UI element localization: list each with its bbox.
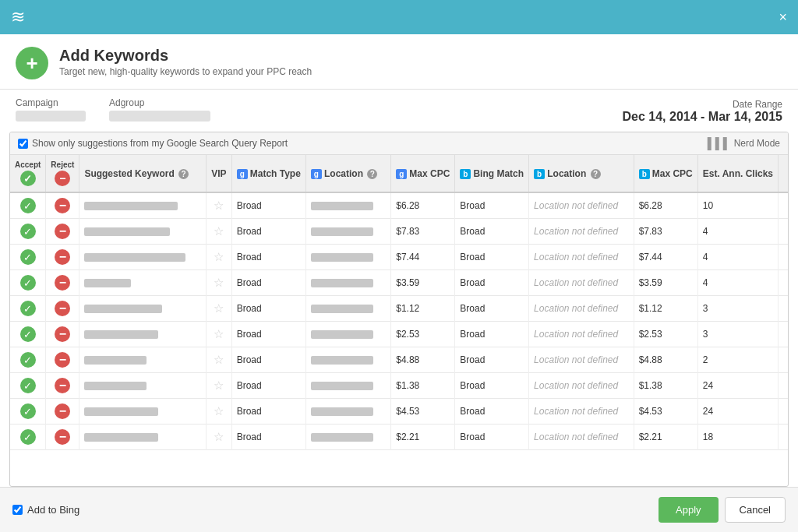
accept-cell: ✓ <box>10 219 46 245</box>
accept-icon[interactable]: ✓ <box>20 224 36 239</box>
bing-match-cell: Broad <box>455 399 529 425</box>
vip-star-icon[interactable]: ☆ <box>214 199 224 212</box>
keyword-blurred <box>84 227 170 236</box>
location-g-blurred <box>311 253 373 262</box>
add-to-bing-label[interactable]: Add to Bing <box>27 504 79 516</box>
vip-star-icon[interactable]: ☆ <box>214 379 224 392</box>
location-not-defined: Location not defined <box>534 380 618 391</box>
bing-badge-location: b <box>534 169 545 179</box>
th-location-g: gLocation ? <box>305 155 390 192</box>
max-cpc-g-cell: $1.38 <box>391 373 455 399</box>
accept-icon[interactable]: ✓ <box>20 249 36 265</box>
bing-match-cell: Broad <box>455 425 529 450</box>
reject-icon[interactable]: − <box>55 249 70 265</box>
meta-left: Campaign Adgroup <box>16 97 210 124</box>
add-to-bing-checkbox[interactable] <box>12 505 23 515</box>
match-type-cell: Broad <box>231 425 305 450</box>
bing-badge-cpc: b <box>639 169 650 179</box>
add-keywords-icon: + <box>16 47 48 79</box>
bing-match-cell: Broad <box>455 322 529 347</box>
location-b-cell: Location not defined <box>529 373 634 399</box>
bing-match-cell: Broad <box>455 270 529 296</box>
date-range-section: Date Range Dec 14, 2014 - Mar 14, 2015 <box>623 99 782 124</box>
location-not-defined: Location not defined <box>534 277 618 288</box>
accept-cell: ✓ <box>10 322 46 347</box>
keyword-cell <box>79 219 207 245</box>
vip-cell: ☆ <box>207 219 231 245</box>
location-g-blurred <box>311 382 373 390</box>
accept-icon[interactable]: ✓ <box>20 275 36 291</box>
reject-icon[interactable]: − <box>55 198 70 213</box>
suggestions-checkbox[interactable] <box>18 139 28 149</box>
accept-icon[interactable]: ✓ <box>20 403 36 419</box>
vip-star-icon[interactable]: ☆ <box>214 353 224 366</box>
location-g-blurred <box>311 433 373 442</box>
vip-star-icon[interactable]: ☆ <box>214 404 224 417</box>
vip-star-icon[interactable]: ☆ <box>214 430 224 443</box>
vip-star-icon[interactable]: ☆ <box>214 301 224 315</box>
reject-icon[interactable]: − <box>55 378 70 393</box>
reject-icon[interactable]: − <box>55 403 70 419</box>
nerd-mode-button[interactable]: ▌▌▌ Nerd Mode <box>708 137 780 150</box>
accept-icon[interactable]: ✓ <box>20 429 36 445</box>
vip-cell: ☆ <box>207 373 231 399</box>
reject-icon[interactable]: − <box>55 429 70 445</box>
reject-icon[interactable]: − <box>55 224 70 239</box>
reject-icon[interactable]: − <box>55 352 70 368</box>
adgroup-label: Adgroup <box>109 97 210 108</box>
accept-cell: ✓ <box>10 296 46 322</box>
vip-star-icon[interactable]: ☆ <box>214 327 224 340</box>
vip-star-icon[interactable]: ☆ <box>214 224 224 238</box>
logo-area: ≋ <box>11 7 23 27</box>
accept-icon[interactable]: ✓ <box>20 352 36 368</box>
th-reject-label: Reject <box>51 160 74 169</box>
accept-icon[interactable]: ✓ <box>20 301 36 316</box>
location-g-help-icon[interactable]: ? <box>367 169 377 179</box>
vip-cell: ☆ <box>207 296 231 322</box>
table-row: ✓ − ☆ Broad $2.21 Broad Location not def… <box>10 425 788 450</box>
reject-icon[interactable]: − <box>55 326 70 342</box>
reject-cell: − <box>46 219 79 245</box>
row-spacer <box>779 425 789 450</box>
waves-icon: ≋ <box>11 7 23 27</box>
campaign-field: Campaign <box>16 97 86 124</box>
location-b-help-icon[interactable]: ? <box>591 169 601 179</box>
page-subtitle: Target new, high-quality keywords to exp… <box>59 66 312 77</box>
accept-icon[interactable]: ✓ <box>20 378 36 393</box>
bing-match-cell: Broad <box>455 245 529 270</box>
reject-icon[interactable]: − <box>55 301 70 316</box>
max-cpc-b-cell: $3.59 <box>634 270 697 296</box>
keyword-blurred <box>84 279 131 287</box>
est-ann-clicks-cell: 18 <box>697 425 778 450</box>
vip-star-icon[interactable]: ☆ <box>214 276 224 289</box>
keyword-cell <box>79 270 207 296</box>
cancel-button[interactable]: Cancel <box>725 497 786 523</box>
suggestions-checkbox-label[interactable]: Show only suggestions from my Google Sea… <box>18 138 288 149</box>
top-bar: ≋ × <box>0 0 798 34</box>
max-cpc-g-cell: $6.28 <box>391 192 455 219</box>
th-accept-all-icon[interactable]: ✓ <box>20 171 36 186</box>
th-reject-all-icon[interactable]: − <box>55 171 70 186</box>
location-not-defined: Location not defined <box>534 354 618 365</box>
vip-star-icon[interactable]: ☆ <box>214 250 224 263</box>
th-accept-label: Accept <box>15 160 41 169</box>
table-row: ✓ − ☆ Broad $3.59 Broad Location not def… <box>10 270 788 296</box>
close-button[interactable]: × <box>779 10 787 24</box>
location-b-cell: Location not defined <box>529 347 634 373</box>
bing-match-cell: Broad <box>455 347 529 373</box>
accept-icon[interactable]: ✓ <box>20 326 36 342</box>
location-not-defined: Location not defined <box>534 252 618 262</box>
accept-cell: ✓ <box>10 192 46 219</box>
header-section: + Add Keywords Target new, high-quality … <box>0 34 798 90</box>
th-est-ann-clicks: Est. Ann. Clicks <box>697 155 778 192</box>
accept-icon[interactable]: ✓ <box>20 198 36 213</box>
reject-cell: − <box>46 296 79 322</box>
max-cpc-g-cell: $1.12 <box>391 296 455 322</box>
suggested-keyword-help-icon[interactable]: ? <box>178 169 189 179</box>
apply-button[interactable]: Apply <box>659 497 719 523</box>
max-cpc-b-cell: $7.44 <box>634 245 697 270</box>
reject-cell: − <box>46 347 79 373</box>
max-cpc-b-cell: $1.38 <box>634 373 697 399</box>
max-cpc-g-cell: $2.21 <box>391 425 455 450</box>
reject-icon[interactable]: − <box>55 275 70 291</box>
